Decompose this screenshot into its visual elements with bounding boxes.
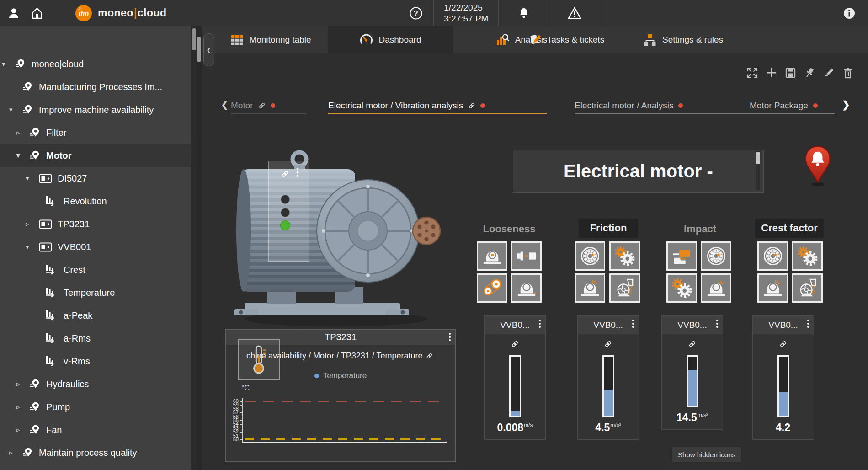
add-widget-icon[interactable] bbox=[766, 67, 777, 78]
tabs-scroll-right-icon[interactable]: ❯ bbox=[842, 99, 850, 110]
show-hidden-icons-button[interactable]: Show hidden icons bbox=[671, 446, 742, 463]
pin-icon[interactable] bbox=[804, 67, 815, 79]
title-widget-scrollbar-thumb[interactable] bbox=[756, 152, 760, 164]
tab-dashboard[interactable]: Dashboard bbox=[328, 26, 453, 53]
alarm-pin-marker[interactable] bbox=[803, 145, 832, 194]
collapse-arrow-icon[interactable]: ▹ bbox=[16, 380, 30, 388]
tree-item-pump[interactable]: ▹ Pump bbox=[0, 395, 191, 418]
bearing-block-dot-icon[interactable] bbox=[477, 241, 507, 271]
tab-settings-rules[interactable]: Settings & rules bbox=[631, 26, 736, 53]
bearing-block-icon[interactable] bbox=[511, 273, 542, 303]
expand-arrow-icon[interactable]: ▾ bbox=[9, 106, 23, 114]
help-icon[interactable]: ? bbox=[409, 6, 423, 21]
link-icon[interactable] bbox=[426, 352, 433, 359]
kebab-menu-icon[interactable] bbox=[807, 320, 809, 328]
tab-tasks-tickets[interactable]: Tasks & tickets bbox=[517, 26, 616, 53]
expand-arrow-icon[interactable]: ▾ bbox=[26, 174, 39, 182]
dashboard-tab-electrical-motor-analysis[interactable]: Electrical motor / Analysis bbox=[575, 97, 717, 114]
fullscreen-icon[interactable] bbox=[746, 67, 758, 79]
tree-item-a-rms[interactable]: a-Rms bbox=[0, 327, 191, 350]
tree-item-temperature[interactable]: Temperature bbox=[0, 281, 191, 304]
tree-item-maintain-process-quality[interactable]: ▹ Maintain process quality bbox=[0, 441, 191, 464]
warning-icon[interactable] bbox=[549, 6, 600, 20]
edit-icon[interactable] bbox=[823, 67, 835, 79]
main-scrollbar-thumb[interactable] bbox=[197, 37, 201, 62]
bearing-block-spark-icon[interactable] bbox=[757, 273, 788, 303]
tree-item-filter[interactable]: ▹ Filter bbox=[0, 121, 191, 144]
dashboard-tab-vibration-analysis-active[interactable]: Electrical motor / Vibration analysis bbox=[328, 97, 547, 114]
rolling-bearing-icon[interactable] bbox=[575, 241, 605, 271]
dashboard-tab-motor-package[interactable]: Motor Package bbox=[750, 97, 836, 114]
gears-icon[interactable] bbox=[792, 241, 823, 271]
link-icon[interactable] bbox=[281, 170, 289, 180]
tab-monitoring-table[interactable]: Monitoring table bbox=[219, 26, 323, 53]
sensor-card-crest-factor[interactable]: VVB0... 4.2 bbox=[752, 315, 814, 440]
save-icon[interactable] bbox=[785, 67, 796, 79]
kebab-menu-icon[interactable] bbox=[296, 167, 299, 179]
user-icon[interactable] bbox=[7, 7, 20, 20]
expand-arrow-icon[interactable]: ▾ bbox=[16, 151, 30, 160]
sensor-card-impact[interactable]: VVB0... 14.5m/s² bbox=[661, 315, 723, 430]
status-dot-inactive bbox=[281, 208, 290, 217]
tree-item-manufacturing-processes[interactable]: ▾ Manufacturing Processes Im... bbox=[0, 75, 191, 98]
info-icon[interactable] bbox=[842, 6, 856, 20]
tabs-scroll-left-icon[interactable]: ❮ bbox=[221, 99, 229, 110]
sidebar-scrollbar-thumb[interactable] bbox=[192, 28, 196, 50]
gears-icon[interactable] bbox=[609, 241, 640, 271]
link-icon[interactable] bbox=[779, 340, 787, 350]
kebab-menu-icon[interactable] bbox=[539, 320, 541, 328]
link-icon[interactable] bbox=[688, 340, 696, 350]
sensor-card-friction[interactable]: VVB0... 4.5m/s² bbox=[577, 315, 639, 440]
notifications-bell-icon[interactable] bbox=[499, 7, 549, 20]
delete-icon[interactable] bbox=[842, 67, 853, 79]
rolling-bearing-icon[interactable] bbox=[701, 241, 731, 271]
collapse-arrow-icon[interactable]: ▹ bbox=[16, 403, 30, 411]
home-icon[interactable] bbox=[30, 6, 44, 20]
sidebar-collapse-button[interactable]: ❮ bbox=[203, 33, 214, 66]
tree-item-vvb001[interactable]: ▾ VVB001 bbox=[0, 235, 191, 258]
bearing-block-spark-icon[interactable] bbox=[701, 273, 731, 303]
expand-arrow-icon[interactable]: ▾ bbox=[26, 243, 39, 251]
gears-icon[interactable] bbox=[666, 273, 697, 303]
sidebar-scrollbar[interactable] bbox=[191, 26, 197, 470]
motor-widget-overlay[interactable] bbox=[268, 161, 309, 262]
link-icon[interactable] bbox=[604, 340, 612, 350]
rolling-bearing-icon[interactable] bbox=[757, 241, 788, 271]
dashboard-title-widget[interactable]: Electrical motor - bbox=[513, 150, 764, 193]
tree-item-optimize-energy-consumption[interactable]: ▹ Optimize energy consumption bbox=[0, 464, 191, 470]
tree-item-hydraulics[interactable]: ▹ Hydraulics bbox=[0, 373, 191, 395]
press-impact-icon[interactable] bbox=[666, 241, 697, 271]
tree-item-v-rms[interactable]: v-Rms bbox=[0, 350, 191, 373]
link-icon[interactable] bbox=[511, 340, 519, 350]
dashboard-tab-motor[interactable]: Motor bbox=[231, 97, 304, 114]
chart-legend[interactable]: Temperature bbox=[230, 371, 451, 380]
tree-item-tp3231[interactable]: ▹ TP3231 bbox=[0, 213, 191, 235]
collapse-arrow-icon[interactable]: ▹ bbox=[16, 128, 30, 137]
tree-item-fan[interactable]: ▹ Fan bbox=[0, 418, 191, 441]
kebab-menu-icon[interactable] bbox=[632, 320, 634, 328]
main-scrollbar[interactable] bbox=[197, 26, 202, 470]
collapse-arrow-icon[interactable]: ▹ bbox=[9, 449, 23, 457]
tree-item-moneo-cloud[interactable]: ▾ moneo|cloud bbox=[0, 53, 191, 75]
expand-arrow-icon[interactable]: ▾ bbox=[2, 60, 16, 68]
kebab-menu-icon[interactable] bbox=[716, 320, 718, 328]
bearing-block-spark-icon[interactable] bbox=[575, 273, 605, 303]
tree-item-improve-machine-availability[interactable]: ▾ Improve machine availability bbox=[0, 98, 191, 121]
tree-item-label: Temperature bbox=[64, 288, 115, 298]
org-chart-icon bbox=[644, 33, 656, 46]
ifm-logo: ifm bbox=[75, 5, 92, 22]
tree-item-motor-selected[interactable]: ▾ Motor bbox=[0, 144, 191, 167]
collapse-arrow-icon[interactable]: ▹ bbox=[26, 220, 39, 228]
tree-item-crest[interactable]: Crest bbox=[0, 258, 191, 281]
coupling-icon[interactable] bbox=[511, 241, 542, 271]
tree-item-revolution[interactable]: Revolution bbox=[0, 190, 191, 213]
tree-item-di5027[interactable]: ▾ DI5027 bbox=[0, 167, 191, 190]
collapse-arrow-icon[interactable]: ▹ bbox=[16, 426, 30, 434]
pump-impeller-icon[interactable] bbox=[792, 273, 823, 303]
gauge-icon bbox=[360, 33, 373, 47]
tree-item-a-peak[interactable]: a-Peak bbox=[0, 304, 191, 327]
sensor-card-looseness[interactable]: VVB0... 0.008m/s bbox=[484, 315, 546, 440]
pump-impeller-icon[interactable] bbox=[609, 273, 640, 303]
kebab-menu-icon[interactable] bbox=[449, 333, 451, 341]
belt-drive-icon[interactable] bbox=[477, 273, 507, 303]
